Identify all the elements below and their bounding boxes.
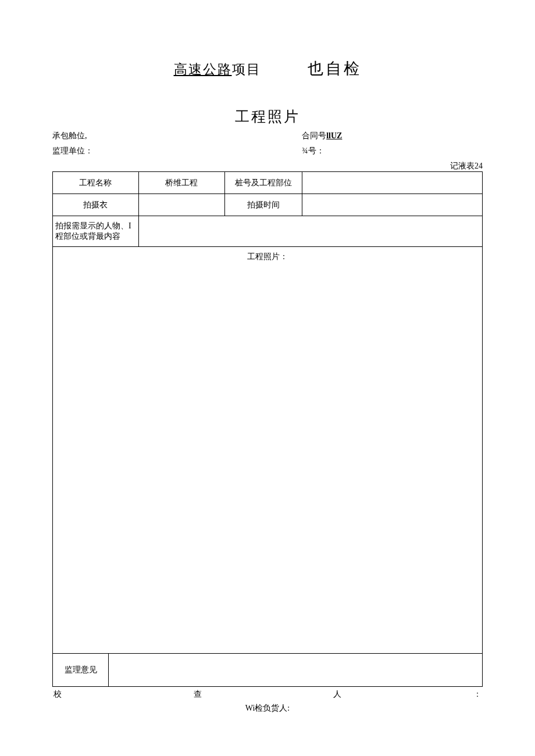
cell-content-label: 拍报需显示的人物、I程部位或背最内容 <box>53 216 139 247</box>
cell-project-name-label: 工程名称 <box>53 172 139 194</box>
table-row-opinion: 监理意见 <box>53 654 483 686</box>
cell-photographer-label: 拍摄衣 <box>53 194 139 216</box>
opinion-table: 监理意见 <box>52 654 483 687</box>
meta-row-2: 监理单位： ¾号： <box>52 146 483 156</box>
contract-number-label: 合同号 <box>302 131 326 140</box>
title-left: 高速公路项目 <box>174 60 261 78</box>
table-number: 记液表24 <box>52 161 483 171</box>
cell-content-value <box>138 216 482 247</box>
table-row-1: 工程名称 桥维工程 桩号及工程部位 <box>53 172 483 194</box>
title-left-underlined: 高速公路 <box>174 62 232 77</box>
document-subtitle: 工程照片 <box>52 107 483 126</box>
footer-char-3: 人 <box>333 689 341 700</box>
title-left-plain: 项目 <box>232 62 261 77</box>
cell-opinion-label: 监理意见 <box>53 654 109 686</box>
footer-person: Wi检负货人: <box>52 703 483 714</box>
contract-number-value: llUZ <box>326 131 342 140</box>
footer-char-2: 查 <box>194 689 202 700</box>
cell-pile-number-value <box>302 172 482 194</box>
table-row-3: 拍报需显示的人物、I程部位或背最内容 <box>53 216 483 247</box>
contract-number: 合同号llUZ <box>302 131 483 141</box>
form-table: 工程名称 桥维工程 桩号及工程部位 拍摄衣 拍摄时间 拍报需显示的人物、I程部位… <box>52 171 483 654</box>
footer-row: 校 查 人 ： <box>52 689 483 700</box>
cell-photographer-value <box>138 194 224 216</box>
table-row-photo: 工程照片： <box>53 247 483 654</box>
cell-photo-area: 工程照片： <box>53 247 483 654</box>
document-title-row: 高速公路项目 也自检 <box>52 58 483 79</box>
meta-row-1: 承包舱位, 合同号llUZ <box>52 131 483 141</box>
cell-photo-time-label: 拍摄时间 <box>224 194 302 216</box>
cell-bridge-project: 桥维工程 <box>138 172 224 194</box>
cell-photo-time-value <box>302 194 482 216</box>
table-row-2: 拍摄衣 拍摄时间 <box>53 194 483 216</box>
number-label: ¾号： <box>302 146 483 156</box>
title-right: 也自检 <box>308 58 362 79</box>
contractor-label: 承包舱位, <box>52 131 302 141</box>
footer-char-1: 校 <box>54 689 62 700</box>
supervisor-label: 监理单位： <box>52 146 302 156</box>
cell-opinion-value <box>109 654 483 686</box>
footer-char-4: ： <box>473 689 482 700</box>
cell-pile-number-label: 桩号及工程部位 <box>224 172 302 194</box>
